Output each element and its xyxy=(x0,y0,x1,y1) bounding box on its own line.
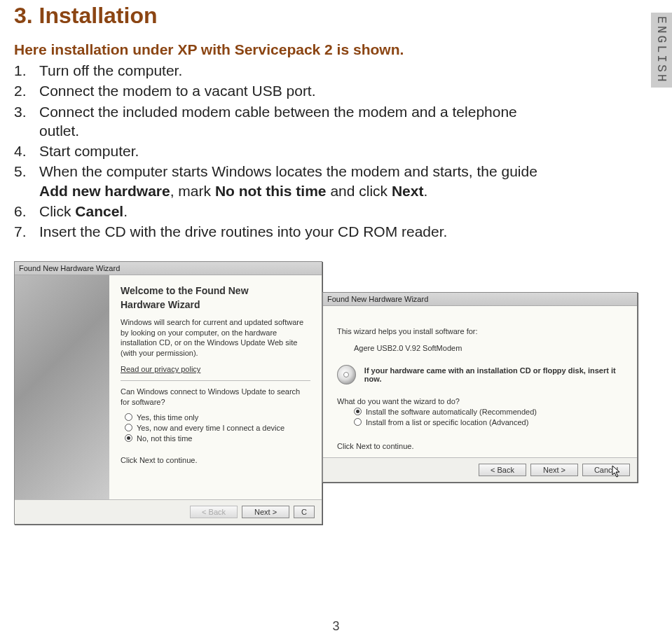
item-text: Click Cancel. xyxy=(39,202,561,221)
radio-label: Install the software automatically (Reco… xyxy=(366,408,537,416)
cd-icon xyxy=(337,365,356,384)
dialog-titlebar: Found New Hardware Wizard xyxy=(15,262,322,275)
item-bold: Add new hardware xyxy=(39,183,170,199)
radio-option-yes-once[interactable]: Yes, this time only xyxy=(125,413,310,422)
item-number: 6. xyxy=(14,202,39,221)
wizard-paragraph: This wizard helps you install software f… xyxy=(337,327,623,335)
next-button[interactable]: Next > xyxy=(530,464,578,476)
item-number: 1. xyxy=(14,61,39,80)
item-text: Start computer. xyxy=(39,141,561,160)
wizard-paragraph: Windows will search for current and upda… xyxy=(121,317,310,359)
list-item: 1. Turn off the computer. xyxy=(14,61,561,80)
item-text-fragment: When the computer starts Windows locates… xyxy=(39,163,537,179)
list-item: 6. Click Cancel. xyxy=(14,202,561,221)
wizard-question: What do you want the wizard to do? xyxy=(337,397,623,405)
page-title: 3. Installation xyxy=(14,0,658,29)
dialog-footer: < Back Next > Cancel xyxy=(323,457,637,482)
wizard-hint: Click Next to continue. xyxy=(121,455,310,466)
item-text-fragment: and click xyxy=(327,183,392,199)
wizard-question: Can Windows connect to Windows Update to… xyxy=(121,387,310,408)
privacy-link[interactable]: Read our privacy policy xyxy=(121,364,310,375)
wizard-dialog-install: Found New Hardware Wizard This wizard he… xyxy=(322,292,638,483)
item-text-fragment: . xyxy=(123,203,128,219)
wizard-heading: Hardware Wizard xyxy=(121,299,310,310)
item-text-fragment: . xyxy=(423,183,427,199)
wizard-dialog-welcome: Found New Hardware Wizard Welcome to the… xyxy=(14,261,322,525)
list-item: 7. Insert the CD with the drive routines… xyxy=(14,222,561,241)
radio-icon xyxy=(125,434,132,442)
item-text: Insert the CD with the drive routines in… xyxy=(39,222,561,241)
wizard-sidebar-graphic xyxy=(15,275,109,499)
cancel-button[interactable]: Cancel xyxy=(582,464,630,476)
cancel-button-cut[interactable]: C xyxy=(294,506,315,518)
list-item: 2. Connect the modem to a vacant USB por… xyxy=(14,81,561,100)
item-text: When the computer starts Windows locates… xyxy=(39,162,561,200)
radio-icon xyxy=(125,413,132,421)
device-name: Agere USB2.0 V.92 SoftModem xyxy=(354,344,623,352)
radio-label: Install from a list or specific location… xyxy=(366,418,528,427)
item-number: 3. xyxy=(14,102,39,121)
radio-option-yes-always[interactable]: Yes, now and every time I connect a devi… xyxy=(125,424,310,432)
item-bold: No not this time xyxy=(215,183,327,199)
language-tab: ENGLISH xyxy=(651,13,672,88)
radio-icon xyxy=(354,418,362,426)
radio-option-auto[interactable]: Install the software automatically (Reco… xyxy=(354,408,623,416)
radio-option-specific[interactable]: Install from a list or specific location… xyxy=(354,418,623,427)
item-text: Turn off the computer. xyxy=(39,61,561,80)
list-item: 3. Connect the included modem cable betw… xyxy=(14,102,561,141)
back-button: < Back xyxy=(190,506,238,518)
radio-option-no[interactable]: No, not this time xyxy=(125,434,310,443)
cursor-icon xyxy=(612,465,622,478)
dialog-footer: < Back Next > C xyxy=(15,499,322,524)
radio-icon xyxy=(125,424,132,431)
radio-label: Yes, now and every time I connect a devi… xyxy=(137,424,284,432)
list-item: 4. Start computer. xyxy=(14,141,561,160)
item-number: 5. xyxy=(14,162,39,181)
item-number: 4. xyxy=(14,141,39,160)
dialog-titlebar: Found New Hardware Wizard xyxy=(323,293,637,306)
instruction-list: 1. Turn off the computer. 2. Connect the… xyxy=(14,61,561,242)
radio-label: No, not this time xyxy=(137,434,192,443)
list-item: 5. When the computer starts Windows loca… xyxy=(14,162,561,200)
next-button[interactable]: Next > xyxy=(242,506,289,518)
item-bold: Cancel xyxy=(75,203,123,219)
cd-hint-row: If your hardware came with an installati… xyxy=(337,365,623,384)
item-number: 7. xyxy=(14,222,39,241)
radio-label: Yes, this time only xyxy=(137,413,198,422)
wizard-hint: Click Next to continue. xyxy=(337,442,623,450)
wizard-heading: Welcome to the Found New xyxy=(121,285,310,296)
back-button[interactable]: < Back xyxy=(479,464,526,476)
item-text-fragment: Click xyxy=(39,203,75,219)
radio-icon xyxy=(354,408,362,415)
intro-text: Here installation under XP with Servicep… xyxy=(14,41,658,58)
item-text: Connect the modem to a vacant USB port. xyxy=(39,81,561,100)
item-text: Connect the included modem cable between… xyxy=(39,102,561,141)
page-number: 3 xyxy=(0,619,672,634)
item-bold: Next xyxy=(392,183,424,199)
separator xyxy=(121,380,310,381)
item-number: 2. xyxy=(14,81,39,100)
item-text-fragment: , mark xyxy=(170,183,215,199)
cd-hint-text: If your hardware came with an installati… xyxy=(364,366,623,383)
